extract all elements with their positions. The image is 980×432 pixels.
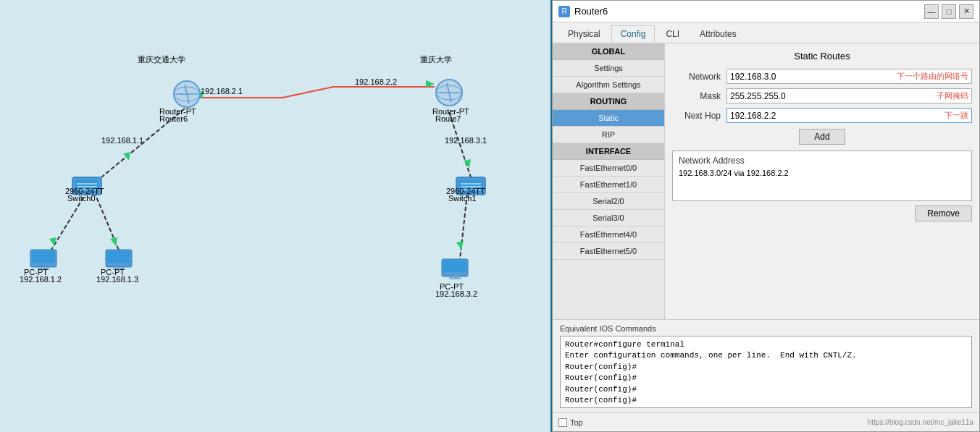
network-input[interactable]: 192.168.3.0 下一个路由的网络号 bbox=[726, 69, 972, 84]
nav-interface-header[interactable]: INTERFACE bbox=[553, 143, 664, 160]
window-controls: — □ ✕ bbox=[924, 4, 973, 19]
ios-console[interactable]: Router#configure terminal Enter configur… bbox=[560, 336, 972, 408]
add-button[interactable]: Add bbox=[799, 129, 845, 145]
nav-fastethernet5-0[interactable]: FastEthernet5/0 bbox=[553, 243, 664, 260]
mask-value: 255.255.255.0 bbox=[730, 91, 786, 101]
nexthop-hint: 下一跳 bbox=[945, 110, 968, 121]
nexthop-field-row: Next Hop 192.168.2.2 下一跳 bbox=[672, 108, 972, 123]
nav-rip[interactable]: RIP bbox=[553, 127, 664, 143]
nav-panel: GLOBAL Settings Algorithm Settings ROUTI… bbox=[553, 43, 665, 319]
nav-settings[interactable]: Settings bbox=[553, 60, 664, 77]
nav-serial3-0[interactable]: Serial3/0 bbox=[553, 210, 664, 226]
nav-global-header[interactable]: GLOBAL bbox=[553, 43, 664, 60]
network-field-row: Network 192.168.3.0 下一个路由的网络号 bbox=[672, 69, 972, 84]
nexthop-label: Next Hop bbox=[672, 111, 726, 121]
svg-rect-27 bbox=[458, 179, 483, 192]
nexthop-input[interactable]: 192.168.2.2 下一跳 bbox=[726, 108, 972, 123]
svg-rect-22 bbox=[75, 179, 99, 192]
svg-rect-32 bbox=[32, 251, 55, 263]
svg-rect-36 bbox=[113, 267, 125, 270]
remove-button[interactable]: Remove bbox=[915, 206, 972, 221]
svg-rect-35 bbox=[107, 251, 130, 263]
nav-fastethernet1-0[interactable]: FastEthernet1/0 bbox=[553, 177, 664, 193]
tab-attributes[interactable]: Attributes bbox=[690, 25, 746, 43]
mask-input[interactable]: 255.255.255.0 子网掩码 bbox=[726, 88, 972, 103]
network-address-box: Network Address 192.168.3.0/24 via 192.1… bbox=[672, 151, 972, 201]
mask-hint: 子网掩码 bbox=[937, 90, 968, 101]
nav-fastethernet4-0[interactable]: FastEthernet4/0 bbox=[553, 226, 664, 243]
nav-algorithm-settings[interactable]: Algorithm Settings bbox=[553, 77, 664, 93]
nav-static[interactable]: Static bbox=[553, 110, 664, 127]
mask-field-row: Mask 255.255.255.0 子网掩码 bbox=[672, 88, 972, 103]
router-dialog: R Router6 — □ ✕ Physical Config CLI Attr… bbox=[552, 0, 980, 432]
content-panel: Static Routes Network 192.168.3.0 下一个路由的… bbox=[665, 43, 979, 319]
ios-label: Equivalent IOS Commands bbox=[560, 324, 972, 333]
nav-fastethernet0-0[interactable]: FastEthernet0/0 bbox=[553, 160, 664, 177]
dialog-body: GLOBAL Settings Algorithm Settings ROUTI… bbox=[553, 43, 979, 319]
mask-label: Mask bbox=[672, 91, 726, 101]
tab-config[interactable]: Config bbox=[611, 25, 656, 43]
svg-rect-0 bbox=[0, 0, 550, 432]
nexthop-value: 192.168.2.2 bbox=[730, 111, 776, 121]
svg-rect-33 bbox=[38, 267, 49, 270]
ios-section: Equivalent IOS Commands Router#configure… bbox=[553, 319, 979, 412]
dialog-title: Router6 bbox=[574, 6, 608, 17]
svg-rect-39 bbox=[449, 276, 461, 279]
footer-url: https://blog.csdn.net/mc_jake11a bbox=[868, 418, 973, 426]
network-value: 192.168.3.0 bbox=[730, 72, 776, 82]
close-button[interactable]: ✕ bbox=[959, 4, 973, 19]
topology-canvas: 重庆交通大学 重庆大学 Router-PT Router6 192.168.2.… bbox=[0, 0, 550, 432]
router-icon: R bbox=[558, 6, 570, 17]
title-bar: R Router6 — □ ✕ bbox=[553, 1, 979, 22]
maximize-button[interactable]: □ bbox=[942, 4, 956, 19]
section-title: Static Routes bbox=[672, 51, 972, 62]
tab-bar: Physical Config CLI Attributes bbox=[553, 22, 979, 43]
tab-cli[interactable]: CLI bbox=[656, 25, 689, 43]
nav-routing-header[interactable]: ROUTING bbox=[553, 93, 664, 110]
network-address-entry: 192.168.3.0/24 via 192.168.2.2 bbox=[679, 169, 966, 177]
dialog-footer: Top https://blog.csdn.net/mc_jake11a bbox=[553, 412, 979, 431]
svg-rect-38 bbox=[443, 261, 466, 272]
network-hint: 下一个路由的网络号 bbox=[897, 71, 968, 82]
tab-physical[interactable]: Physical bbox=[558, 25, 610, 43]
top-checkbox[interactable] bbox=[558, 418, 567, 427]
network-address-title: Network Address bbox=[679, 156, 966, 166]
minimize-button[interactable]: — bbox=[924, 4, 939, 19]
network-label: Network bbox=[672, 72, 726, 82]
top-checkbox-area: Top bbox=[558, 418, 583, 427]
top-label: Top bbox=[570, 418, 583, 427]
nav-serial2-0[interactable]: Serial2/0 bbox=[553, 193, 664, 210]
ios-console-content: Router#configure terminal Enter configur… bbox=[565, 339, 967, 406]
